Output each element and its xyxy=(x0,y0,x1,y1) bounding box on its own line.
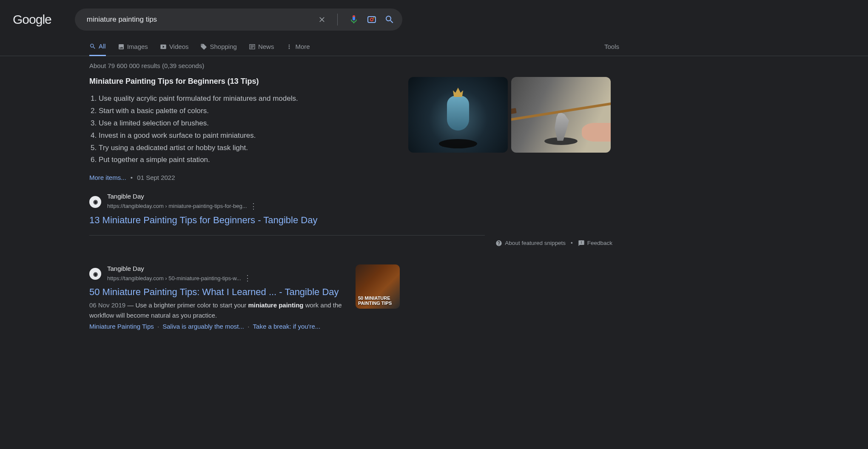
list-item: Use a limited selection of brushes. xyxy=(99,117,370,130)
site-url: https://tangibleday.com › miniature-pain… xyxy=(107,202,247,210)
google-logo[interactable]: Google xyxy=(13,12,51,27)
tabs-bar: All Images Videos Shopping News More Too… xyxy=(0,43,868,56)
sublink[interactable]: Saliva is arguably the most... xyxy=(162,323,244,330)
knowledge-images xyxy=(408,77,612,226)
sublinks: Miniature Painting Tips · Saliva is argu… xyxy=(89,323,347,330)
feedback-row: About featured snippets • Feedback xyxy=(89,240,612,247)
tab-shopping[interactable]: Shopping xyxy=(200,43,236,55)
feedback-label: Feedback xyxy=(587,240,612,246)
side-images xyxy=(408,77,612,153)
list-item: Try using a dedicated artist or hobby ta… xyxy=(99,142,370,154)
tab-label: News xyxy=(258,43,274,50)
clear-icon[interactable] xyxy=(318,15,326,24)
tab-label: All xyxy=(99,43,106,50)
list-item: Start with a basic palette of colors. xyxy=(99,105,370,117)
site-name: Tangible Day xyxy=(107,192,257,201)
image-search-icon[interactable] xyxy=(367,14,377,25)
header: Google xyxy=(0,0,868,31)
search-bar xyxy=(75,9,402,31)
separator: • xyxy=(571,240,573,246)
search-result: ◉ Tangible Day https://tangibleday.com ›… xyxy=(89,264,400,330)
site-url: https://tangibleday.com › 50-miniature-p… xyxy=(107,275,241,282)
thumb-text: 50 MINIATURE PAINTING TIPS xyxy=(358,296,397,306)
tab-label: Images xyxy=(127,43,148,50)
about-snippets-link[interactable]: About featured snippets xyxy=(495,240,566,247)
about-label: About featured snippets xyxy=(505,240,566,246)
more-vert-icon[interactable]: ⋮ xyxy=(250,201,257,211)
snippet-text: 06 Nov 2019 — Use a brighter primer colo… xyxy=(89,300,347,320)
tab-label: Shopping xyxy=(210,43,236,50)
divider xyxy=(337,14,338,26)
separator: • xyxy=(131,174,133,181)
more-vert-icon[interactable]: ⋮ xyxy=(244,273,251,283)
feedback-link[interactable]: Feedback xyxy=(578,240,612,247)
result-thumbnail[interactable]: 50 MINIATURE PAINTING TIPS xyxy=(356,264,400,309)
cite-text: Tangible Day https://tangibleday.com › m… xyxy=(107,192,257,211)
svg-rect-0 xyxy=(368,17,376,23)
svg-point-1 xyxy=(370,18,373,21)
search-icon[interactable] xyxy=(384,14,395,25)
feedback-icon xyxy=(578,240,585,247)
cite-text: Tangible Day https://tangibleday.com › 5… xyxy=(107,264,251,284)
image-icon xyxy=(118,43,125,50)
snippet-date: 01 Sept 2022 xyxy=(137,174,175,181)
result-title-link[interactable]: 50 Miniature Painting Tips: What I Learn… xyxy=(89,287,347,298)
snippet-highlight: miniature painting xyxy=(248,301,304,309)
more-items-row: More items... • 01 Sept 2022 xyxy=(89,174,370,181)
tab-all[interactable]: All xyxy=(89,43,106,56)
tools-button[interactable]: Tools xyxy=(604,43,619,55)
search-icon xyxy=(89,43,96,50)
favicon-icon: ◉ xyxy=(89,268,101,280)
snippet-fragment: — Use a brighter primer color to start y… xyxy=(125,301,248,309)
tab-label: More xyxy=(295,43,310,50)
news-icon xyxy=(249,43,256,50)
related-image[interactable] xyxy=(511,77,611,153)
content: About 79 600 000 results (0,39 seconds) … xyxy=(0,56,868,330)
list-item: Put together a simple paint station. xyxy=(99,154,370,166)
cite-block: ◉ Tangible Day https://tangibleday.com ›… xyxy=(89,264,347,284)
featured-snippet: Miniature Painting Tips for Beginners (1… xyxy=(89,77,370,226)
tab-more[interactable]: More xyxy=(286,43,310,55)
list-item: Invest in a good work surface to paint m… xyxy=(99,130,370,142)
results-column: Miniature Painting Tips for Beginners (1… xyxy=(89,77,370,226)
favicon-icon: ◉ xyxy=(89,196,101,208)
snippet-list: Use quality acrylic paint formulated for… xyxy=(89,93,370,166)
more-items-link[interactable]: More items... xyxy=(89,174,126,181)
tag-icon xyxy=(200,43,207,50)
cite-block: ◉ Tangible Day https://tangibleday.com ›… xyxy=(89,192,370,211)
site-name: Tangible Day xyxy=(107,264,251,273)
more-vert-icon xyxy=(286,43,293,50)
tab-label: Videos xyxy=(169,43,189,50)
video-icon xyxy=(160,43,167,50)
svg-point-2 xyxy=(373,17,374,18)
result-title-link[interactable]: 13 Miniature Painting Tips for Beginners… xyxy=(89,215,370,226)
sublink[interactable]: Miniature Painting Tips xyxy=(89,323,154,330)
tab-news[interactable]: News xyxy=(249,43,274,55)
sublink[interactable]: Take a break: if you're... xyxy=(253,323,321,330)
snippet-date: 06 Nov 2019 xyxy=(89,301,125,309)
separator xyxy=(89,235,485,236)
search-input[interactable] xyxy=(83,15,318,24)
result-main: ◉ Tangible Day https://tangibleday.com ›… xyxy=(89,264,347,330)
voice-search-icon[interactable] xyxy=(349,14,359,25)
main-columns: Miniature Painting Tips for Beginners (1… xyxy=(89,77,868,226)
search-actions xyxy=(318,14,395,26)
help-icon xyxy=(495,240,502,247)
related-image[interactable] xyxy=(408,77,508,153)
list-item: Use quality acrylic paint formulated for… xyxy=(99,93,370,105)
snippet-heading: Miniature Painting Tips for Beginners (1… xyxy=(89,77,370,86)
result-stats: About 79 600 000 results (0,39 seconds) xyxy=(89,62,868,69)
tab-images[interactable]: Images xyxy=(118,43,148,55)
tab-videos[interactable]: Videos xyxy=(160,43,189,55)
